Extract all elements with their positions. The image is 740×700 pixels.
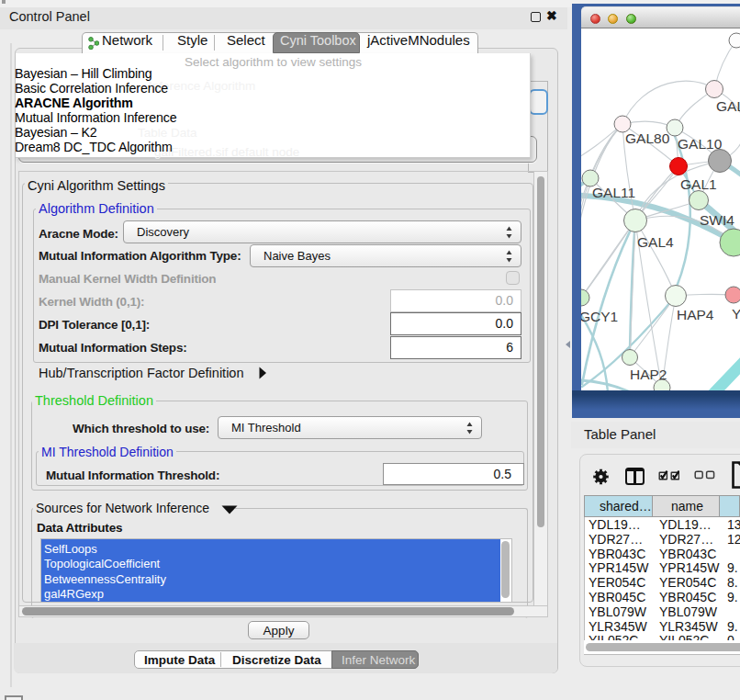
svg-text:HAP4: HAP4 bbox=[677, 307, 714, 322]
svg-text:GAL1: GAL1 bbox=[680, 176, 717, 192]
svg-text:SWI4: SWI4 bbox=[700, 212, 734, 228]
svg-text:GAL80: GAL80 bbox=[625, 130, 670, 146]
svg-text:GAL4: GAL4 bbox=[637, 234, 674, 250]
svg-text:GAL11: GAL11 bbox=[592, 185, 635, 200]
svg-text:Y: Y bbox=[732, 306, 740, 322]
svg-text:HAP2: HAP2 bbox=[630, 367, 667, 382]
svg-text:GCY1: GCY1 bbox=[581, 309, 618, 324]
svg-text:GAL2: GAL2 bbox=[716, 98, 740, 114]
svg-text:GAL10: GAL10 bbox=[678, 136, 723, 152]
